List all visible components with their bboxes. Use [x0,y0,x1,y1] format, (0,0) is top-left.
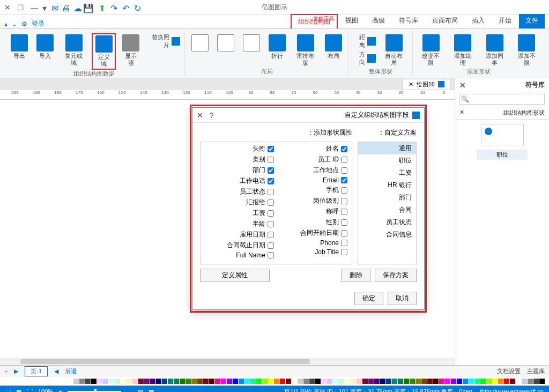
color-swatch[interactable] [492,379,498,384]
field-checkbox[interactable]: Email [278,176,347,184]
color-swatch[interactable] [457,379,462,384]
color-swatch[interactable] [333,379,338,384]
field-checkbox[interactable]: 称呼 [278,207,347,216]
ok-button[interactable]: 确定 [354,292,383,305]
page-back[interactable]: 后退 [65,367,77,375]
color-swatch[interactable] [421,379,427,384]
btn-layout[interactable]: 布局 [323,33,344,61]
search-input[interactable] [469,96,543,102]
color-swatch[interactable] [221,379,226,384]
color-swatch[interactable] [286,379,291,384]
opt-distance[interactable]: 距离 [353,33,376,49]
color-swatch[interactable] [109,379,114,384]
color-swatch[interactable] [180,379,185,384]
field-checkbox[interactable]: Job Title [278,248,347,256]
cancel-button[interactable]: 取消 [388,292,417,305]
save-scheme-button[interactable]: 保存方案 [375,269,417,282]
tab-start[interactable]: 开始 [492,14,518,28]
color-swatch[interactable] [156,379,161,384]
scheme-item[interactable]: 部门 [358,191,416,204]
tab-symbol[interactable]: 符号库 [392,14,425,28]
color-swatch[interactable] [292,379,297,384]
collapse-ribbon-icon[interactable]: ⌄ [12,20,17,28]
fullscreen-icon[interactable]: ⬚ [5,388,11,393]
minimize-icon[interactable]: — [31,3,38,12]
color-swatch[interactable] [233,379,238,384]
tab-close-icon[interactable]: ✕ [409,81,413,88]
color-swatch[interactable] [351,379,356,384]
color-swatch[interactable] [280,379,285,384]
color-swatch[interactable] [227,379,232,384]
delete-scheme-button[interactable]: 删除 [342,269,370,282]
color-swatch[interactable] [439,379,444,384]
scheme-item[interactable]: 员工状态 [358,216,416,228]
color-swatch[interactable] [315,379,321,384]
field-checkbox[interactable]: 半龄 [205,219,274,228]
login-link[interactable]: 登录 [32,19,44,28]
color-swatch[interactable] [73,379,79,384]
refresh-icon[interactable]: ↻ [132,3,141,12]
color-swatch[interactable] [516,379,521,384]
opt-replace-photo[interactable]: 替换照片 [146,33,180,49]
dialog-close-icon[interactable]: ✕ [197,111,203,120]
tab-file[interactable]: 文件 [519,14,545,28]
search-icon[interactable]: 🔍 [461,95,469,103]
field-checkbox[interactable]: 头衔 [205,144,274,153]
btn-show-photo[interactable]: 显示照 [120,33,142,68]
btn-autolayout[interactable]: 自动布局 [380,33,408,68]
color-swatch[interactable] [510,379,515,384]
scheme-item[interactable]: HR 银行 [358,179,416,191]
color-swatch[interactable] [239,379,244,384]
color-swatch[interactable] [250,379,256,384]
dialog-help-icon[interactable]: ? [210,111,214,120]
define-prop-button[interactable]: 定义属性 [200,269,270,282]
color-swatch[interactable] [451,379,456,384]
color-swatch[interactable] [504,379,509,384]
btn-layout-s3[interactable] [189,33,211,53]
view-ruler-icon[interactable]: ▤ [138,388,143,393]
page-next-icon[interactable]: ▶ [14,368,18,375]
color-swatch[interactable] [132,379,138,384]
btn-rearrange[interactable]: 雷排布版 [292,33,319,68]
field-checkbox[interactable]: 工作地点 [278,166,347,175]
document-tab[interactable]: 绘图16 ✕ [403,79,450,90]
color-swatch[interactable] [138,379,144,384]
color-swatch[interactable] [427,379,433,384]
color-swatch[interactable] [357,379,362,384]
color-swatch[interactable] [539,379,545,384]
color-swatch[interactable] [345,379,350,384]
color-swatch[interactable] [298,379,303,384]
save-icon[interactable]: 💾 [85,3,94,12]
grid-icon[interactable]: ▦ [16,388,21,393]
color-swatch[interactable] [380,379,385,384]
btn-copy-fields[interactable]: 复元或域 [60,33,87,68]
page-prev-icon[interactable]: ◀ [54,368,58,375]
color-swatch[interactable] [85,379,91,384]
color-swatch[interactable] [191,379,197,384]
field-checkbox[interactable]: 性别 [278,218,347,227]
color-swatch[interactable] [404,379,409,384]
btn-export[interactable]: 导出 [9,33,30,61]
color-swatch[interactable] [150,379,155,384]
color-swatch[interactable] [203,379,209,384]
color-swatch[interactable] [103,379,108,384]
color-swatch[interactable] [410,379,415,384]
color-swatch[interactable] [533,379,539,384]
scheme-item[interactable]: 合同信息 [358,228,416,241]
color-swatch[interactable] [97,379,102,384]
color-swatch[interactable] [186,379,191,384]
color-swatch[interactable] [522,379,527,384]
color-swatch[interactable] [339,379,344,384]
btn-change[interactable]: 改变不限 [417,33,445,68]
maximize-icon[interactable]: ☐ [17,3,24,12]
view-page-icon[interactable]: ▦ [149,388,154,393]
color-swatch[interactable] [386,379,391,384]
fit-icon[interactable]: ⛶ [27,388,33,392]
opt-direction[interactable]: 方向 [353,50,376,66]
export-icon[interactable]: ⬆ [97,3,106,12]
scheme-item[interactable]: 通用 [358,142,416,154]
help-icon[interactable]: ▴ [4,20,8,28]
btn-layout-s2[interactable] [215,33,236,53]
color-swatch[interactable] [174,379,179,384]
field-checkbox[interactable]: 姓名 [278,144,347,153]
